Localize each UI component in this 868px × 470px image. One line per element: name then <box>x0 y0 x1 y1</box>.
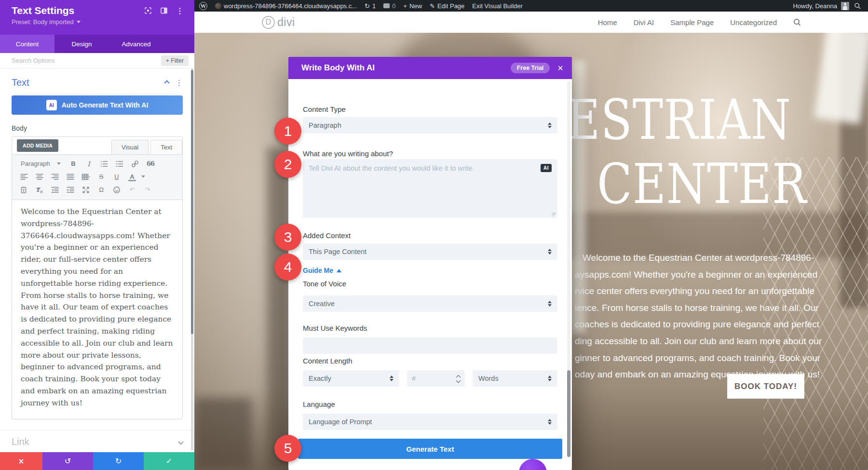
keywords-input[interactable] <box>303 337 557 354</box>
textarea-resize-handle[interactable] <box>552 212 556 216</box>
redo-icon[interactable]: ↷ <box>141 185 154 195</box>
tone-of-voice-select[interactable]: Creative <box>303 295 557 312</box>
align-center-icon[interactable] <box>33 172 46 182</box>
length-mode-select[interactable]: Exactly <box>303 370 399 387</box>
new-content-button[interactable]: + New <box>403 2 422 10</box>
content-length-row: Exactly Words <box>303 370 557 387</box>
modal-scrollbar[interactable] <box>567 81 570 433</box>
undo-icon[interactable]: ↶ <box>126 185 138 195</box>
justify-icon[interactable] <box>64 172 77 182</box>
nav-item-sample-page[interactable]: Sample Page <box>670 18 714 27</box>
focus-mode-icon[interactable] <box>144 7 152 14</box>
modal-close-icon[interactable]: × <box>557 63 563 73</box>
text-color-icon[interactable]: A <box>126 172 138 182</box>
panel-layout-icon[interactable] <box>160 7 168 14</box>
wordpress-menu[interactable]: W <box>199 2 207 10</box>
svg-text:T: T <box>37 187 40 192</box>
updates-icon: ↻ <box>365 2 370 10</box>
auto-generate-text-button[interactable]: AI Auto Generate Text With AI <box>12 95 183 115</box>
number-spinner[interactable] <box>457 375 460 382</box>
link-icon[interactable] <box>129 159 141 169</box>
editor-toolbar: Paragraph B I 66 <box>12 154 182 200</box>
discard-button[interactable]: × <box>0 452 42 470</box>
save-button[interactable]: ✓ <box>144 452 194 470</box>
language-select[interactable]: Language of Prompt <box>303 414 557 430</box>
panel-scrollbar[interactable] <box>191 68 193 451</box>
chevron-up-icon[interactable] <box>164 80 169 85</box>
link-section-header[interactable]: Link <box>0 430 194 452</box>
text-section: Text ⋮ AI Auto Generate Text With AI Bod… <box>0 68 194 419</box>
modal-scrollbar-thumb[interactable] <box>567 370 570 457</box>
length-number-field[interactable] <box>407 370 465 387</box>
hero-line: ience. From horse stalls to horse traini… <box>575 300 822 317</box>
book-today-button[interactable]: BOOK TODAY! <box>727 374 804 399</box>
search-options-input[interactable] <box>12 57 161 64</box>
strikethrough-icon[interactable]: S <box>95 172 108 182</box>
nav-item-divi-ai[interactable]: Divi AI <box>634 18 654 27</box>
preset-selector[interactable]: Preset: Body imported <box>12 18 184 26</box>
align-left-icon[interactable] <box>18 172 30 182</box>
text-section-menu-icon[interactable]: ⋮ <box>176 79 183 87</box>
comments-button[interactable]: 0 <box>383 2 395 10</box>
special-character-icon[interactable]: Ω <box>95 185 108 195</box>
filter-button[interactable]: + Filter <box>161 55 189 66</box>
howdy-menu[interactable]: Howdy, Deanna <box>793 2 837 10</box>
writing-about-textarea[interactable] <box>303 159 557 218</box>
generate-text-button[interactable]: Generate Text <box>298 439 562 459</box>
length-unit-select[interactable]: Words <box>473 370 557 387</box>
site-menu[interactable]: wordpress-784896-3766464.cloudwaysapps.c… <box>215 2 357 10</box>
guide-me-toggle[interactable]: Guide Me <box>303 267 341 274</box>
paragraph-style-select[interactable]: Paragraph <box>18 160 64 167</box>
tab-design[interactable]: Design <box>54 35 109 53</box>
step-badge-2: 2 <box>274 151 301 178</box>
user-avatar[interactable] <box>841 2 849 10</box>
editor-tab-visual[interactable]: Visual <box>111 140 149 154</box>
photo-roof-highlight <box>814 33 868 124</box>
add-media-button[interactable]: ADD MEDIA <box>17 139 58 152</box>
hero-line: ginner to advanced programs, and coach t… <box>575 350 822 367</box>
tab-advanced[interactable]: Advanced <box>109 35 163 53</box>
site-nav: Home Divi AI Sample Page Uncategorized <box>598 18 801 27</box>
fullscreen-icon[interactable] <box>80 185 92 195</box>
clear-formatting-icon[interactable]: T <box>33 185 46 195</box>
updates-count: 1 <box>372 2 376 10</box>
edit-page-button[interactable]: ✎ Edit Page <box>430 2 464 10</box>
panel-scrollbar-thumb[interactable] <box>191 70 193 334</box>
indent-icon[interactable] <box>64 185 77 195</box>
select-arrows-icon <box>548 122 552 128</box>
nav-item-home[interactable]: Home <box>598 18 617 27</box>
exit-visual-builder-button[interactable]: Exit Visual Builder <box>472 2 523 10</box>
divi-logo[interactable]: D divi <box>262 16 295 29</box>
blockquote-icon[interactable]: 66 <box>144 159 157 169</box>
italic-icon[interactable]: I <box>82 159 95 169</box>
panel-tabs: Content Design Advanced <box>0 35 194 53</box>
updates-button[interactable]: ↻ 1 <box>365 2 376 10</box>
numbered-list-icon[interactable] <box>113 159 126 169</box>
undo-button[interactable]: ↺ <box>42 452 93 470</box>
editor-content[interactable]: Welcome to the Equestrian Center at word… <box>12 200 182 419</box>
bullet-list-icon[interactable] <box>98 159 110 169</box>
nav-item-uncategorized[interactable]: Uncategorized <box>730 18 777 27</box>
admin-search-icon[interactable] <box>854 2 861 10</box>
underline-icon[interactable]: U <box>110 172 123 182</box>
editor-tab-text[interactable]: Text <box>150 140 182 154</box>
outdent-icon[interactable] <box>49 185 61 195</box>
tab-content[interactable]: Content <box>0 35 54 53</box>
content-type-select[interactable]: Paragraph <box>303 117 557 134</box>
length-number-input[interactable] <box>412 375 446 382</box>
bold-icon[interactable]: B <box>67 159 80 169</box>
panel-menu-icon[interactable]: ⋮ <box>176 6 184 15</box>
emoji-icon[interactable] <box>110 185 123 195</box>
added-context-select[interactable]: This Page Content <box>303 243 557 260</box>
site-search-icon[interactable] <box>793 18 801 27</box>
paste-as-text-icon[interactable]: T <box>18 185 30 195</box>
keywords-label: Must Use Keywords <box>303 324 557 332</box>
table-icon[interactable] <box>80 172 92 182</box>
added-context-value: This Page Content <box>309 248 366 255</box>
comments-icon <box>383 3 390 8</box>
panel-header: Text Settings ⋮ Preset: Body imported <box>0 0 194 35</box>
align-right-icon[interactable] <box>49 172 61 182</box>
redo-button[interactable]: ↻ <box>93 452 144 470</box>
caret-down-icon <box>57 162 61 165</box>
caret-down-icon[interactable] <box>141 175 145 178</box>
